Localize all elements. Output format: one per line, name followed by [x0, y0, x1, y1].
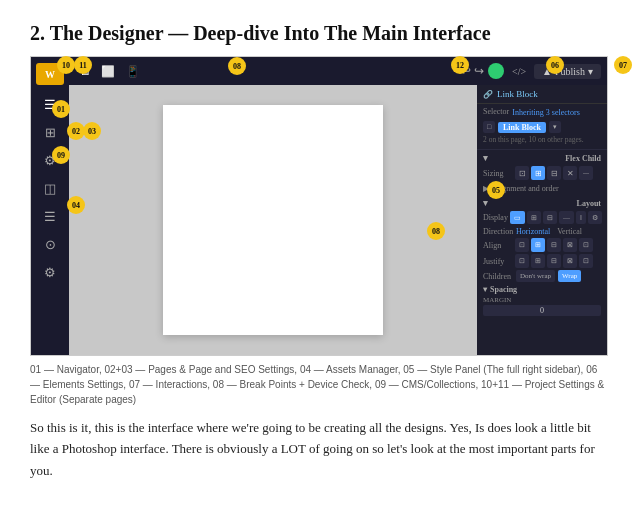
layout-section[interactable]: Layout — [477, 195, 607, 209]
canvas-area — [69, 85, 477, 355]
left-sidebar: W ☰ ⊞ ⚙ ◫ ☰ ⊙ ⚙ — [31, 57, 69, 355]
align-btn-4[interactable]: ⊠ — [563, 238, 577, 252]
spacing-title[interactable]: Spacing — [483, 285, 601, 294]
screenshot-wrapper: W ☰ ⊞ ⚙ ◫ ☰ ⊙ ⚙ 🖥 ⬜ 📱 ↩ ↪ </> ▲ Publish … — [30, 56, 608, 356]
display-flex[interactable]: ⊞ — [527, 211, 541, 224]
tablet-icon[interactable]: ⬜ — [97, 63, 119, 80]
alignment-section[interactable]: ▶ Alignment and order — [477, 182, 607, 195]
direction-row: Direction Horizontal Vertical — [477, 226, 607, 237]
direction-alt: Vertical — [557, 227, 582, 236]
link-block-tag[interactable]: Link Block — [498, 122, 546, 133]
status-dot — [488, 63, 504, 79]
chevron-right-icon: ▶ — [483, 184, 489, 193]
desktop-icon[interactable]: 🖥 — [75, 63, 94, 79]
sizing-btn-2[interactable]: ⊞ — [531, 166, 545, 180]
justify-row: Justify ⊡ ⊞ ⊟ ⊠ ⊡ — [477, 253, 607, 269]
align-btn-1[interactable]: ⊡ — [515, 238, 529, 252]
display-block[interactable]: ▭ — [510, 211, 525, 224]
display-more[interactable]: ⚙ — [588, 211, 602, 224]
screenshot-caption: 01 — Navigator, 02+03 — Pages & Page and… — [30, 362, 608, 407]
page-title: 2. The Designer — Deep-dive Into The Mai… — [30, 20, 608, 46]
mobile-icon[interactable]: 📱 — [122, 63, 144, 80]
panel-header: 🔗 Link Block — [477, 85, 607, 104]
sizing-btn-5[interactable]: ··· — [579, 166, 593, 180]
children-row: Children Don't wrap Wrap — [477, 269, 607, 283]
publish-chevron: ▾ — [588, 66, 593, 77]
right-panel: 🔗 Link Block Selector Inheriting 3 selec… — [477, 85, 607, 355]
spacing-section: Spacing MARGIN 0 — [477, 283, 607, 318]
inherit-count: 3 selectors — [546, 108, 580, 117]
display-none[interactable]: — — [559, 211, 574, 224]
wrap-btn[interactable]: Wrap — [558, 270, 581, 282]
assets-icon[interactable]: ◫ — [36, 177, 64, 201]
sizing-row: Sizing ⊡ ⊞ ⊟ ✕ ··· — [477, 164, 607, 182]
designer-ui: W ☰ ⊞ ⚙ ◫ ☰ ⊙ ⚙ 🖥 ⬜ 📱 ↩ ↪ </> ▲ Publish … — [30, 56, 608, 356]
project-settings-icon[interactable]: ⚙ — [36, 261, 64, 285]
alignment-label: Alignment and order — [492, 184, 559, 193]
body-paragraph: So this is it, this is the interface whe… — [30, 417, 608, 481]
ecommerce-icon[interactable]: ⊙ — [36, 233, 64, 257]
panel-note: 2 on this page, 10 on other pages. — [483, 135, 601, 144]
panel-header-label: Link Block — [497, 89, 538, 99]
no-wrap-btn[interactable]: Don't wrap — [516, 270, 555, 282]
top-toolbar: 🖥 ⬜ 📱 ↩ ↪ </> ▲ Publish ▾ — [69, 57, 607, 85]
justify-label: Justify — [483, 257, 513, 266]
cms-icon[interactable]: ☰ — [36, 205, 64, 229]
sizing-label: Sizing — [483, 169, 513, 178]
sizing-btn-3[interactable]: ⊟ — [547, 166, 561, 180]
caption-text: 01 — Navigator, 02+03 — Pages & Page and… — [30, 364, 604, 405]
margin-label: MARGIN — [483, 296, 601, 304]
selector-label: Selector — [483, 107, 509, 116]
link-icon: 🔗 — [483, 90, 493, 99]
justify-btn-1[interactable]: ⊡ — [515, 254, 529, 268]
flex-child-section[interactable]: Flex Child — [477, 150, 607, 164]
device-icons: 🖥 ⬜ 📱 — [75, 63, 144, 80]
align-row: Align ⊡ ⊞ ⊟ ⊠ ⊡ — [477, 237, 607, 253]
seo-icon[interactable]: ⚙ — [36, 149, 64, 173]
align-btn-2[interactable]: ⊞ — [531, 238, 545, 252]
align-btn-3[interactable]: ⊟ — [547, 238, 561, 252]
children-label: Children — [483, 272, 513, 281]
publish-icon: ▲ — [542, 66, 552, 77]
canvas-page — [163, 105, 383, 335]
navigator-icon[interactable]: ☰ — [36, 93, 64, 117]
display-grid[interactable]: ⊟ — [543, 211, 557, 224]
webflow-logo: W — [36, 63, 64, 85]
display-row: Display ▭ ⊞ ⊟ — ⅰ ⚙ — [477, 209, 607, 226]
publish-button[interactable]: ▲ Publish ▾ — [534, 64, 601, 79]
justify-btn-2[interactable]: ⊞ — [531, 254, 545, 268]
selector-section: Selector Inheriting 3 selectors □ Link B… — [477, 104, 607, 150]
justify-btn-3[interactable]: ⊟ — [547, 254, 561, 268]
expand-icon[interactable]: ▾ — [549, 121, 561, 133]
display-inline[interactable]: ⅰ — [576, 211, 586, 224]
justify-btn-4[interactable]: ⊠ — [563, 254, 577, 268]
code-view[interactable]: </> — [508, 64, 530, 79]
body-text: So this is it, this is the interface whe… — [30, 417, 608, 481]
pages-icon[interactable]: ⊞ — [36, 121, 64, 145]
badge-b07: 07 — [614, 56, 632, 74]
page-header: 2. The Designer — Deep-dive Into The Mai… — [0, 0, 638, 56]
align-btn-5[interactable]: ⊡ — [579, 238, 593, 252]
direction-value: Horizontal — [516, 227, 550, 236]
align-label: Align — [483, 241, 513, 250]
undo-redo[interactable]: ↩ ↪ — [461, 64, 484, 79]
display-label: Display — [483, 213, 508, 222]
selector-icon: □ — [483, 121, 495, 133]
direction-label: Direction — [483, 227, 513, 236]
inherit-label: Inheriting 3 selectors — [512, 108, 601, 117]
sizing-btn-4[interactable]: ✕ — [563, 166, 577, 180]
sizing-btn-1[interactable]: ⊡ — [515, 166, 529, 180]
margin-value[interactable]: 0 — [483, 305, 601, 316]
justify-btn-5[interactable]: ⊡ — [579, 254, 593, 268]
selector-row: Selector Inheriting 3 selectors — [483, 107, 601, 118]
